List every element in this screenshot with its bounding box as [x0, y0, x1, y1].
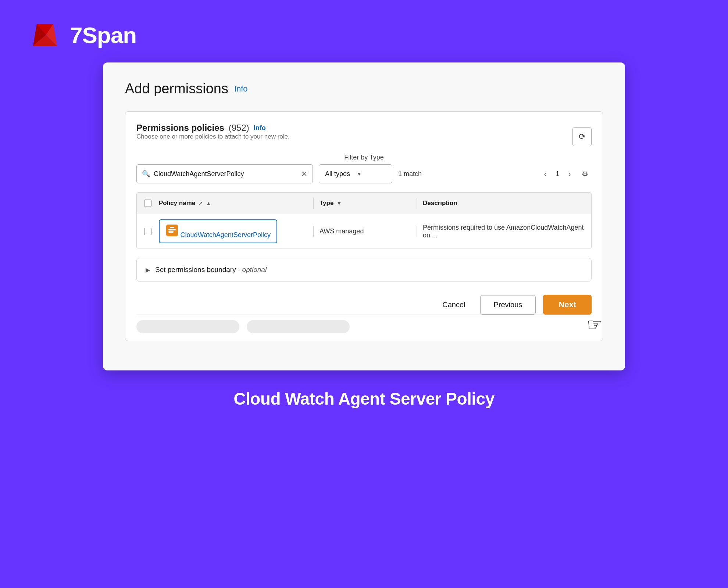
type-header: Type	[320, 200, 333, 207]
page-title: Add permissions	[125, 81, 228, 97]
boundary-text: Set permissions boundary - optional	[155, 266, 267, 274]
next-button[interactable]: Next	[543, 295, 592, 315]
blur-pill-1	[136, 320, 239, 333]
description-header: Description	[423, 200, 457, 207]
type-filter-value: All types	[325, 170, 350, 178]
type-cell: AWS managed	[314, 227, 417, 235]
policies-info-link[interactable]: Info	[254, 124, 266, 132]
match-count: 1 match	[398, 170, 533, 178]
boundary-section[interactable]: ▶ Set permissions boundary - optional	[136, 258, 592, 282]
bottom-caption: Cloud Watch Agent Server Policy	[233, 389, 495, 409]
filter-by-type-label: Filter by Type	[344, 154, 384, 161]
type-filter-icon[interactable]: ▼	[336, 200, 342, 206]
policy-name-link[interactable]: CloudWatchAgentServerPolicy	[180, 231, 270, 239]
policies-title-group: Permissions policies (952) Info Choose o…	[136, 123, 290, 151]
policy-name-header: Policy name	[159, 200, 195, 207]
table-settings-button[interactable]: ⚙	[578, 167, 592, 180]
permissions-policies-section: Permissions policies (952) Info Choose o…	[125, 111, 603, 341]
logo-text: 7Span	[70, 22, 136, 48]
policies-heading: Permissions policies	[136, 123, 224, 133]
pagination-controls: ‹ 1 › ⚙	[539, 167, 592, 180]
table-row: CloudWatchAgentServerPolicy AWS managed …	[137, 214, 591, 249]
main-card: Add permissions Info Permissions policie…	[103, 62, 625, 370]
refresh-button[interactable]: ⟳	[572, 127, 592, 146]
search-box: 🔍 ✕	[136, 164, 313, 183]
blur-pill-2	[247, 320, 350, 333]
external-link-icon: ↗	[198, 200, 203, 207]
boundary-label: Set permissions boundary	[155, 266, 236, 273]
filter-row: 🔍 ✕ All types ▼ 1 match ‹ 1 › ⚙	[136, 164, 592, 183]
description-cell: Permissions required to use AmazonCloudW…	[417, 224, 591, 239]
policy-name-cell: CloudWatchAgentServerPolicy	[159, 219, 313, 243]
svg-rect-7	[168, 231, 174, 233]
dropdown-arrow-icon: ▼	[357, 171, 362, 177]
row-checkbox-col	[137, 228, 159, 235]
policy-icon	[165, 224, 179, 237]
page-info-link[interactable]: Info	[234, 84, 248, 94]
prev-page-button[interactable]: ‹	[539, 167, 552, 180]
logo-area: 7Span	[0, 0, 728, 62]
search-icon: 🔍	[142, 170, 150, 178]
footer-actions: Cancel Previous Next ☞	[136, 295, 592, 315]
type-filter-dropdown[interactable]: All types ▼	[319, 164, 392, 183]
cancel-button[interactable]: Cancel	[435, 295, 472, 314]
boundary-toggle-icon: ▶	[146, 266, 150, 273]
policies-table: Policy name ↗ ▲ Type ▼ Description	[136, 192, 592, 249]
policies-title: Permissions policies (952) Info	[136, 123, 290, 133]
page-number: 1	[554, 170, 561, 178]
clear-search-button[interactable]: ✕	[301, 170, 307, 178]
description-col-header: Description	[417, 200, 591, 207]
policy-name-col-header: Policy name ↗ ▲	[159, 200, 313, 207]
boundary-optional-label: - optional	[238, 266, 267, 273]
search-input[interactable]	[154, 170, 297, 178]
policies-subtitle: Choose one or more policies to attach to…	[136, 133, 290, 140]
type-col-header: Type ▼	[314, 200, 417, 207]
page-title-area: Add permissions Info	[125, 81, 603, 97]
select-all-checkbox[interactable]	[144, 200, 151, 207]
previous-button[interactable]: Previous	[480, 295, 536, 315]
table-header-row: Policy name ↗ ▲ Type ▼ Description	[137, 193, 591, 214]
policy-name-tooltip: CloudWatchAgentServerPolicy	[159, 219, 277, 243]
sort-icon[interactable]: ▲	[206, 200, 211, 206]
bottom-blur-row	[136, 315, 592, 341]
policies-header: Permissions policies (952) Info Choose o…	[136, 123, 592, 151]
next-page-button[interactable]: ›	[563, 167, 576, 180]
policies-count: (952)	[229, 123, 249, 133]
row-checkbox[interactable]	[144, 228, 151, 235]
svg-rect-8	[170, 227, 174, 228]
7span-logo-icon	[29, 18, 63, 51]
svg-rect-6	[168, 229, 176, 230]
header-checkbox-col	[137, 200, 159, 207]
